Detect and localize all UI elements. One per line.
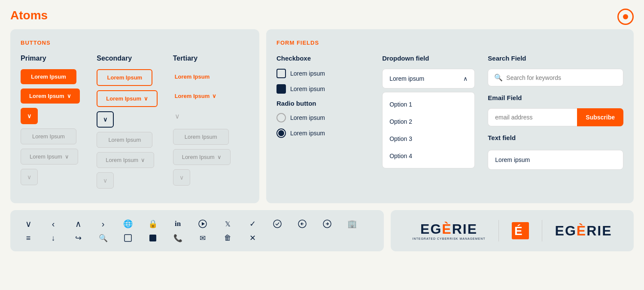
egerie-logo-subtitle: INTEGRATED CYBERRISK MANAGEMENT — [412, 237, 485, 240]
tertiary-btn-2-dropdown[interactable]: Lorem Ipsum ∨ — [173, 89, 219, 104]
phone-icon[interactable]: 📞 — [172, 234, 184, 243]
secondary-ghost-btn-6-icon[interactable]: ∨ — [97, 172, 114, 189]
main-row: BUTTONS Primary Lorem Ipsum Lorem Ipsum … — [10, 29, 634, 203]
primary-ghost-btn-6-icon[interactable]: ∨ — [21, 169, 38, 185]
primary-ghost-btn-5-dropdown[interactable]: Lorem Ipsum ∨ — [21, 149, 78, 165]
dropdown-option-2[interactable]: Option 2 — [383, 113, 474, 130]
checkbox-item-2[interactable]: Lorem ipsum — [276, 84, 369, 94]
radio-unchecked[interactable] — [276, 113, 286, 122]
checkbox-checked[interactable] — [276, 84, 286, 94]
radio-title: Radio button — [276, 100, 369, 107]
tertiary-btn-3-icon[interactable]: ∨ — [173, 108, 182, 125]
dropdown-col: Dropdown field Lorem ipsum ∧ Option 1 Op… — [382, 55, 475, 170]
text-field-title: Text field — [488, 134, 623, 141]
tertiary-col: Tertiary Lorem Ipsum Lorem Ipsum ∨ ∨ Lor… — [173, 55, 249, 193]
secondary-ghost-btn-4[interactable]: Lorem Ipsum — [97, 132, 152, 148]
chevron-up-icon: ∧ — [463, 75, 468, 82]
icons-row-2: ≡ ↓ ↪ 🔍 📞 ✉ 🗑 ✕ — [22, 233, 372, 243]
primary-ghost-btn-4[interactable]: Lorem Ipsum — [21, 128, 76, 144]
chevron-down-icon: ∨ — [179, 174, 184, 181]
svg-point-2 — [273, 220, 281, 228]
chevron-up-icon[interactable]: ∧ — [72, 219, 84, 229]
subscribe-button[interactable]: Subscribe — [577, 108, 623, 126]
secondary-ghost-btn-5-dropdown[interactable]: Lorem Ipsum ∨ — [97, 152, 154, 168]
tertiary-btn-1[interactable]: Lorem Ipsum — [173, 69, 212, 84]
secondary-btn-3-icon[interactable]: ∨ — [97, 111, 114, 128]
dropdown-arrow-icon: ∨ — [141, 157, 145, 163]
dropdown-options: Option 1 Option 2 Option 3 Option 4 — [382, 92, 475, 168]
logos-panel: EGÈRIE INTEGRATED CYBERRISK MANAGEMENT É… — [391, 210, 634, 251]
checkbox-label-1: Lorem ipsum — [290, 70, 325, 77]
svg-rect-8 — [149, 235, 156, 241]
circle-check-icon[interactable] — [271, 220, 283, 228]
dropdown-selected: Lorem ipsum — [389, 75, 424, 82]
arrow-left-icon[interactable] — [296, 220, 308, 228]
primary-btn-3-icon[interactable]: ∨ — [21, 108, 38, 124]
building-icon[interactable]: 🏢 — [346, 219, 358, 229]
secondary-col-title: Secondary — [97, 55, 173, 62]
chevron-down-icon[interactable]: ∨ — [22, 219, 34, 229]
trash-icon[interactable]: 🗑 — [222, 234, 234, 242]
primary-col: Primary Lorem Ipsum Lorem Ipsum ∨ ∨ Lore… — [21, 55, 97, 193]
dropdown-option-1[interactable]: Option 1 — [383, 96, 474, 113]
search-input[interactable] — [506, 74, 617, 81]
top-right-icon[interactable] — [617, 9, 634, 25]
email-input[interactable] — [488, 108, 577, 126]
secondary-col: Secondary Lorem Ipsum Lorem Ipsum ∨ ∨ Lo… — [97, 55, 173, 193]
arrow-right-icon[interactable] — [321, 220, 333, 228]
search-icon[interactable]: 🔍 — [97, 234, 109, 243]
search-field-wrap: 🔍 — [488, 69, 623, 86]
secondary-btn-2-dropdown[interactable]: Lorem Ipsum ∨ — [97, 90, 158, 107]
chevron-down-icon: ∨ — [27, 113, 31, 119]
tertiary-ghost-btn-6-icon[interactable]: ∨ — [173, 169, 190, 186]
checkmark-icon[interactable]: ✓ — [246, 219, 258, 229]
tertiary-col-title: Tertiary — [173, 55, 249, 62]
dropdown-title: Dropdown field — [382, 55, 475, 62]
mail-icon[interactable]: ✉ — [197, 234, 209, 243]
checkbox-unchecked[interactable] — [276, 69, 286, 78]
page-title: Atoms — [10, 9, 634, 22]
dropdown-arrow-icon: ∨ — [67, 93, 71, 99]
primary-btn-2-dropdown[interactable]: Lorem Ipsum ∨ — [21, 89, 80, 104]
page-wrapper: Atoms BUTTONS Primary Lorem Ipsum Lorem … — [0, 0, 644, 260]
tertiary-ghost-btn-4[interactable]: Lorem Ipsum — [173, 129, 229, 145]
export-icon[interactable]: ↪ — [72, 233, 84, 243]
text-field-input[interactable] — [488, 150, 623, 170]
download-icon[interactable]: ↓ — [47, 234, 59, 243]
dropdown-option-3[interactable]: Option 3 — [383, 130, 474, 147]
svg-rect-7 — [125, 235, 131, 241]
secondary-btn-1[interactable]: Lorem Ipsum — [97, 69, 152, 86]
form-columns: Checkboxe Lorem ipsum Lorem ipsum Radio … — [276, 55, 623, 170]
dropdown-arrow-icon: ∨ — [217, 154, 222, 160]
radio-checked[interactable] — [276, 128, 286, 138]
icons-row-1: ∨ ‹ ∧ › 🌐 🔒 in 𝕏 ✓ — [22, 219, 372, 229]
filled-square-icon[interactable] — [147, 234, 159, 242]
close-icon[interactable]: ✕ — [246, 233, 258, 243]
chevron-right-icon[interactable]: › — [97, 219, 109, 229]
globe-icon[interactable]: 🌐 — [122, 219, 134, 229]
linkedin-icon[interactable]: in — [172, 220, 184, 228]
square-icon[interactable] — [122, 234, 134, 242]
radio-label-2: Lorem ipsum — [290, 130, 325, 137]
logo-divider-2 — [542, 220, 542, 241]
form-panel: FORM FIELDS Checkboxe Lorem ipsum Lorem … — [266, 29, 634, 203]
dropdown-option-4[interactable]: Option 4 — [383, 147, 474, 165]
chevron-down-icon: ∨ — [27, 174, 31, 180]
menu-icon[interactable]: ≡ — [22, 234, 34, 243]
egerie-logo-text: EGÈRIE — [420, 221, 477, 237]
logo-divider-1 — [498, 220, 499, 241]
email-field-wrap: Subscribe — [488, 108, 623, 126]
dropdown-field[interactable]: Lorem ipsum ∧ — [382, 69, 475, 89]
play-icon[interactable] — [197, 220, 209, 228]
radio-item-1[interactable]: Lorem ipsum — [276, 113, 369, 122]
checkbox-item-1[interactable]: Lorem ipsum — [276, 69, 369, 78]
primary-btn-1[interactable]: Lorem Ipsum — [21, 69, 76, 84]
chevron-left-icon[interactable]: ‹ — [47, 219, 59, 229]
radio-item-2[interactable]: Lorem ipsum — [276, 128, 369, 138]
lock-icon[interactable]: 🔒 — [147, 219, 159, 229]
tertiary-ghost-btn-5-dropdown[interactable]: Lorem Ipsum ∨ — [173, 149, 231, 165]
svg-marker-1 — [202, 222, 205, 226]
dropdown-arrow-icon: ∨ — [212, 93, 216, 99]
form-section-title: FORM FIELDS — [276, 40, 623, 46]
twitter-icon[interactable]: 𝕏 — [222, 220, 234, 228]
